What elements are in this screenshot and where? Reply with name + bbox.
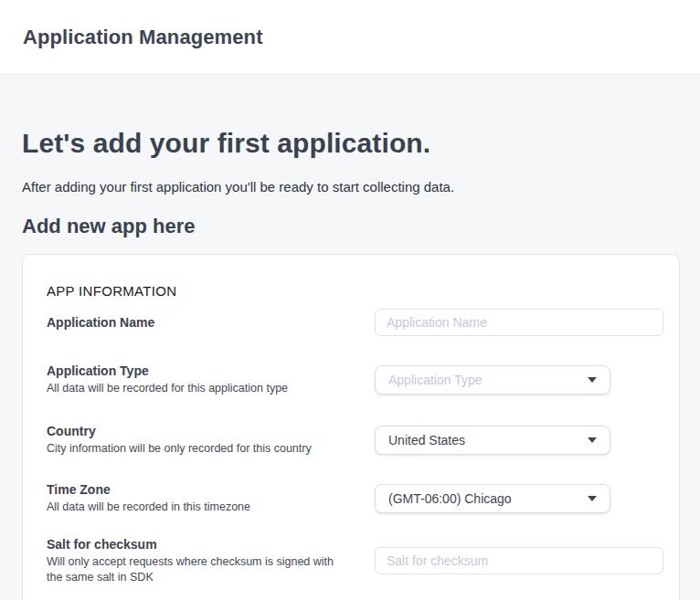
card-section-header: APP INFORMATION xyxy=(47,283,663,300)
chevron-down-icon xyxy=(588,437,597,443)
application-type-description: All data will be recorded for this appli… xyxy=(47,381,288,396)
field-column: (GMT-06:00) Chicago xyxy=(375,484,663,513)
form-row-country: Country City information will be only re… xyxy=(47,423,663,457)
hero-subheading: After adding your first application you'… xyxy=(22,179,680,195)
field-column: Application Type xyxy=(375,365,663,395)
time-zone-select-value: (GMT-06:00) Chicago xyxy=(388,491,512,506)
field-column xyxy=(375,309,663,336)
label-block: Application Type All data will be record… xyxy=(47,363,288,396)
application-name-input[interactable] xyxy=(375,309,663,336)
hero-heading: Let's add your first application. xyxy=(22,128,680,159)
salt-checksum-label: Salt for checksum xyxy=(47,536,348,553)
time-zone-label: Time Zone xyxy=(47,481,250,498)
label-block: Application Name xyxy=(47,314,154,331)
page-title: Application Management xyxy=(23,26,263,49)
form-row-application-name: Application Name xyxy=(47,309,663,336)
country-select-value: United States xyxy=(388,433,465,447)
country-description: City information will be only recorded f… xyxy=(47,441,312,457)
chevron-down-icon xyxy=(588,377,597,383)
top-header-bar: Application Management xyxy=(0,0,700,75)
label-block: Time Zone All data will be recorded in t… xyxy=(47,481,250,515)
application-type-label: Application Type xyxy=(47,363,288,379)
time-zone-description: All data will be recorded in this timezo… xyxy=(47,500,250,515)
field-column xyxy=(375,547,663,574)
application-type-select[interactable]: Application Type xyxy=(375,365,610,395)
salt-checksum-input[interactable] xyxy=(375,547,663,574)
form-row-time-zone: Time Zone All data will be recorded in t… xyxy=(47,481,663,515)
country-select[interactable]: United States xyxy=(375,426,610,455)
field-column: United States xyxy=(375,426,663,455)
application-type-select-value: Application Type xyxy=(388,373,482,387)
chevron-down-icon xyxy=(588,496,597,501)
label-block: Country City information will be only re… xyxy=(47,423,312,457)
label-block: Salt for checksum Will only accept reque… xyxy=(47,536,348,585)
form-row-salt-checksum: Salt for checksum Will only accept reque… xyxy=(47,536,663,585)
salt-checksum-description: Will only accept requests where checksum… xyxy=(47,554,348,585)
app-information-card: APP INFORMATION Application Name Applica… xyxy=(22,254,680,600)
time-zone-select[interactable]: (GMT-06:00) Chicago xyxy=(375,484,610,513)
main-content: Let's add your first application. After … xyxy=(0,128,700,600)
country-label: Country xyxy=(47,423,312,439)
add-app-section-title: Add new app here xyxy=(22,215,680,238)
form-row-application-type: Application Type All data will be record… xyxy=(47,363,663,396)
application-name-label: Application Name xyxy=(47,314,154,331)
